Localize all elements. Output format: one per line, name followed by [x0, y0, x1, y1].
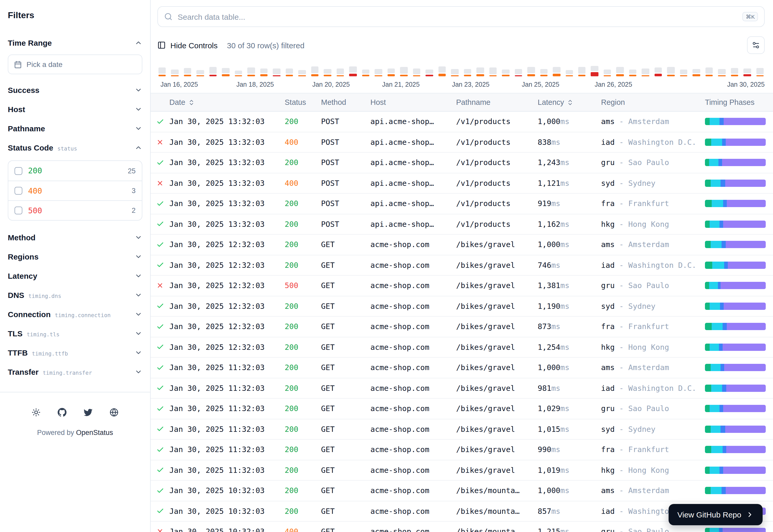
search-input[interactable]: [178, 12, 737, 21]
table-row[interactable]: Jan 30, 2025 12:32:03 500 GET acme-shop.…: [151, 276, 773, 296]
sidebar-section-regions[interactable]: Regions: [8, 247, 142, 266]
histogram-bar[interactable]: [349, 66, 357, 76]
histogram-bar[interactable]: [489, 67, 497, 76]
table-row[interactable]: Jan 30, 2025 12:32:03 200 GET acme-shop.…: [151, 235, 773, 255]
histogram-bar[interactable]: [553, 67, 560, 76]
histogram-bar[interactable]: [362, 70, 370, 76]
table-row[interactable]: Jan 30, 2025 10:32:03 200 GET acme-shop.…: [151, 481, 773, 501]
histogram-bar[interactable]: [324, 69, 331, 76]
table-row[interactable]: Jan 30, 2025 13:32:03 400 POST api.acme-…: [151, 173, 773, 194]
table-row[interactable]: Jan 30, 2025 12:32:03 200 GET acme-shop.…: [151, 255, 773, 276]
view-settings-button[interactable]: [747, 36, 765, 54]
sidebar-section-success[interactable]: Success: [8, 80, 142, 100]
histogram-bar[interactable]: [655, 67, 662, 76]
histogram-bar[interactable]: [731, 68, 738, 76]
sidebar-section-latency[interactable]: Latency: [8, 266, 142, 285]
twitter-link-button[interactable]: [80, 404, 96, 420]
histogram-bar[interactable]: [158, 67, 166, 76]
table-row[interactable]: Jan 30, 2025 13:32:03 400 POST api.acme-…: [151, 132, 773, 153]
website-link-button[interactable]: [106, 404, 122, 420]
checkbox[interactable]: [15, 207, 22, 214]
histogram-bar[interactable]: [387, 69, 395, 76]
cell-method: GET: [321, 405, 370, 413]
openstatus-link[interactable]: OpenStatus: [76, 429, 113, 436]
histogram-bar[interactable]: [706, 67, 713, 76]
histogram-bar[interactable]: [171, 70, 179, 76]
status-code-option[interactable]: 400 3: [8, 181, 142, 200]
histogram-bar[interactable]: [693, 69, 700, 76]
view-github-repo-button[interactable]: View GitHub Repo: [669, 504, 763, 525]
histogram-bar[interactable]: [514, 69, 522, 76]
histogram-bar[interactable]: [210, 67, 217, 76]
histogram-bar[interactable]: [476, 67, 484, 76]
hide-controls-button[interactable]: Hide Controls: [157, 41, 218, 50]
sidebar-section-dns[interactable]: DNS timing.dns: [8, 285, 142, 305]
histogram-bar[interactable]: [299, 70, 306, 76]
histogram-bar[interactable]: [286, 69, 293, 76]
sidebar-section-connection[interactable]: Connection timing.connection: [8, 305, 142, 324]
github-link-button[interactable]: [54, 404, 70, 420]
sidebar-section-ttfb[interactable]: TTFB timing.ttfb: [8, 343, 142, 362]
histogram-bar[interactable]: [527, 67, 535, 76]
histogram-bar[interactable]: [680, 70, 688, 76]
sidebar-section-transfer[interactable]: Transfer timing.transfer: [8, 362, 142, 381]
column-header-latency[interactable]: Latency: [538, 98, 601, 106]
histogram-bar[interactable]: [604, 70, 611, 76]
table-row[interactable]: Jan 30, 2025 11:32:03 200 GET acme-shop.…: [151, 460, 773, 481]
histogram-bar[interactable]: [464, 69, 471, 76]
histogram-bar[interactable]: [413, 69, 420, 76]
sidebar-section-method[interactable]: Method: [8, 228, 142, 247]
table-row[interactable]: Jan 30, 2025 13:32:03 200 POST api.acme-…: [151, 214, 773, 235]
sidebar-section-time-range[interactable]: Time Range: [8, 33, 142, 52]
histogram-bar[interactable]: [617, 67, 624, 76]
histogram-bar[interactable]: [502, 70, 509, 76]
histogram-bar[interactable]: [222, 68, 230, 76]
table-row[interactable]: Jan 30, 2025 11:32:03 200 GET acme-shop.…: [151, 440, 773, 460]
table-row[interactable]: Jan 30, 2025 11:32:03 200 GET acme-shop.…: [151, 419, 773, 440]
histogram-bar[interactable]: [400, 67, 408, 76]
histogram-bar[interactable]: [540, 69, 547, 76]
histogram-bar[interactable]: [337, 69, 344, 76]
histogram-bar[interactable]: [375, 69, 382, 76]
histogram-bar[interactable]: [451, 69, 458, 76]
histogram-bar[interactable]: [629, 70, 637, 76]
table-row[interactable]: Jan 30, 2025 12:32:03 200 GET acme-shop.…: [151, 317, 773, 337]
histogram-bar[interactable]: [248, 67, 255, 76]
histogram-bar[interactable]: [260, 69, 268, 76]
histogram-bar[interactable]: [756, 68, 764, 76]
table-row[interactable]: Jan 30, 2025 11:32:03 200 GET acme-shop.…: [151, 399, 773, 419]
sidebar-section-status-code[interactable]: Status Code status: [8, 138, 142, 157]
histogram-bar[interactable]: [197, 70, 204, 76]
histogram[interactable]: [157, 62, 765, 76]
sidebar-section-pathname[interactable]: Pathname: [8, 119, 142, 138]
checkbox[interactable]: [15, 167, 22, 175]
histogram-bar[interactable]: [565, 70, 573, 76]
histogram-bar[interactable]: [273, 69, 281, 76]
table-row[interactable]: Jan 30, 2025 13:32:03 200 POST api.acme-…: [151, 112, 773, 132]
checkbox[interactable]: [15, 187, 22, 195]
table-row[interactable]: Jan 30, 2025 13:32:03 200 POST api.acme-…: [151, 194, 773, 214]
table-row[interactable]: Jan 30, 2025 11:32:03 200 GET acme-shop.…: [151, 358, 773, 378]
table-row[interactable]: Jan 30, 2025 12:32:03 200 GET acme-shop.…: [151, 337, 773, 358]
histogram-bar[interactable]: [718, 69, 726, 76]
histogram-bar[interactable]: [235, 71, 242, 76]
date-picker[interactable]: Pick a date: [8, 54, 142, 74]
status-code-option[interactable]: 500 2: [8, 200, 142, 220]
table-row[interactable]: Jan 30, 2025 11:32:03 200 GET acme-shop.…: [151, 378, 773, 399]
histogram-bar[interactable]: [744, 69, 751, 76]
histogram-bar[interactable]: [311, 66, 319, 76]
histogram-bar[interactable]: [425, 70, 433, 76]
histogram-bar[interactable]: [184, 68, 191, 76]
status-code-option[interactable]: 200 25: [8, 161, 142, 181]
table-row[interactable]: Jan 30, 2025 13:32:03 200 POST api.acme-…: [151, 153, 773, 173]
histogram-bar[interactable]: [642, 69, 649, 76]
histogram-bar[interactable]: [591, 66, 599, 76]
column-header-date[interactable]: Date: [169, 98, 285, 106]
histogram-bar[interactable]: [438, 66, 446, 76]
sidebar-section-tls[interactable]: TLS timing.tls: [8, 324, 142, 343]
theme-toggle-button[interactable]: [28, 404, 44, 420]
sidebar-section-host[interactable]: Host: [8, 100, 142, 119]
table-row[interactable]: Jan 30, 2025 12:32:03 200 GET acme-shop.…: [151, 296, 773, 317]
histogram-bar[interactable]: [667, 67, 675, 76]
histogram-bar[interactable]: [578, 67, 586, 76]
